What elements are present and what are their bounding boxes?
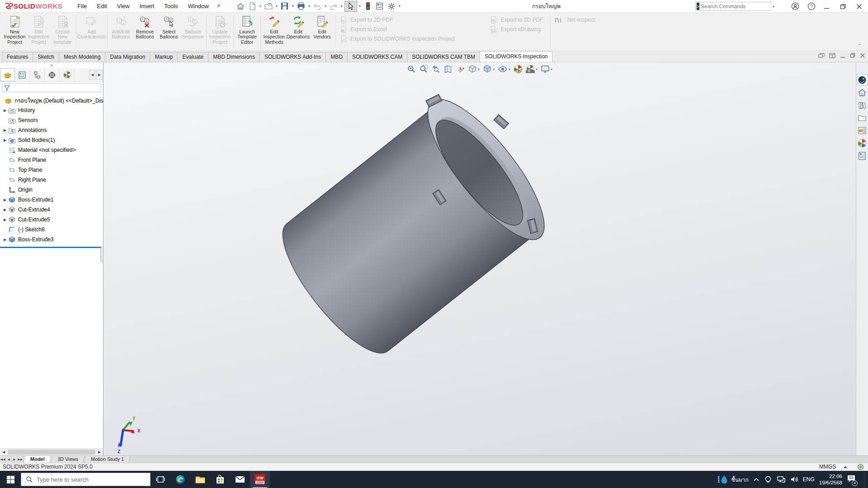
rebuild-button[interactable] (363, 1, 373, 12)
restore-button[interactable] (836, 0, 849, 13)
design-library-button[interactable] (857, 99, 868, 111)
language-indicator[interactable]: ENG (803, 476, 815, 483)
tree-item-material[interactable]: ▶ Material <not specified> (0, 145, 103, 155)
print-button[interactable] (296, 1, 307, 12)
tab-mbd-dimensions[interactable]: MBD Dimensions (208, 52, 260, 62)
menu-tools[interactable]: Tools (159, 0, 183, 12)
dimxpert-manager-tab[interactable] (45, 68, 60, 81)
command-search[interactable]: > ▾ (695, 2, 771, 11)
motion-study-tab[interactable]: Motion Study 1 (85, 456, 131, 463)
close-button[interactable] (853, 0, 865, 13)
file-explorer-button[interactable] (190, 471, 210, 488)
save-button[interactable] (279, 1, 290, 12)
cast-device-icon[interactable] (764, 475, 772, 483)
tree-item-front-plane[interactable]: ▶ Front Plane (0, 155, 103, 165)
tabs-next-arrow[interactable]: ▶ (12, 456, 18, 463)
tab-mesh-modeling[interactable]: Mesh Modeling (59, 52, 105, 62)
file-properties-button[interactable] (374, 1, 385, 12)
solidworks-resources-button[interactable] (857, 87, 868, 98)
save-caret[interactable]: ▾ (291, 4, 295, 8)
options-button[interactable] (386, 1, 397, 12)
help-button[interactable]: ? (805, 0, 818, 13)
solidworks-taskbar-button[interactable]: SW2024 (250, 471, 270, 488)
edit-operations-button[interactable]: Edit Operations (286, 14, 310, 40)
tree-item-boss-extrude3[interactable]: ▶ Boss-Extrude3 (0, 235, 103, 244)
view-orientation-button[interactable]: ▾ (468, 65, 480, 74)
doc-close-icon[interactable] (860, 53, 865, 58)
task-view-button[interactable] (151, 471, 170, 488)
view-settings-button[interactable]: ▾ (541, 65, 552, 73)
tree-item-right-plane[interactable]: ▶ Right Plane (0, 175, 103, 185)
launch-template-editor-button[interactable]: Launch Template Editor (235, 14, 259, 45)
panel-horizontal-scrollbar[interactable]: ◀ ▶ (0, 448, 103, 455)
display-manager-tab[interactable] (60, 68, 75, 81)
hide-show-caret[interactable]: ▾ (509, 67, 510, 71)
tile-window-icon[interactable] (829, 53, 835, 58)
show-desktop-button[interactable] (864, 471, 866, 488)
home-button[interactable] (235, 1, 246, 12)
expander-icon[interactable]: ▶ (2, 108, 8, 113)
menu-insert[interactable]: Insert (135, 0, 160, 12)
tree-item-origin[interactable]: ▶ Origin (0, 185, 103, 195)
configuration-manager-tab[interactable] (30, 68, 45, 81)
undo-caret[interactable]: ▾ (324, 4, 327, 8)
select-balloons-button[interactable]: Select Balloons (157, 14, 181, 40)
tree-item-cut-extrude5[interactable]: ▶ Cut-Extrude5 (0, 215, 103, 225)
tab-markup[interactable]: Markup (150, 52, 178, 62)
rollback-bar[interactable] (0, 247, 103, 248)
section-view-button[interactable] (443, 65, 453, 74)
zoom-to-fit-button[interactable] (407, 65, 416, 74)
new-inspection-project-button[interactable]: New Inspection Project (3, 14, 27, 45)
view-settings-caret[interactable]: ▾ (551, 67, 552, 71)
new-document-button[interactable] (247, 1, 258, 12)
action-center-button[interactable]: 4 (847, 474, 856, 485)
view-orientation-caret[interactable]: ▾ (478, 67, 480, 71)
tab-solidworks-addins[interactable]: SOLIDWORKS Add-Ins (259, 52, 326, 62)
doc-minimize-icon[interactable] (840, 53, 845, 58)
tabs-first-arrow[interactable]: ◀◀ (0, 456, 6, 463)
pin-icon[interactable]: 🖈 (214, 2, 223, 11)
print-caret[interactable]: ▾ (307, 4, 311, 8)
graphics-viewport[interactable]: A ▾ ▾ ▾ ▾ ▾ Y X Z (104, 62, 856, 455)
expander-icon[interactable]: ▶ (2, 238, 8, 242)
open-document-button[interactable] (263, 1, 274, 12)
apply-scene-button[interactable]: ▾ (526, 65, 538, 74)
panel-resize-handle[interactable] (100, 247, 104, 262)
tree-item-boss-extrude1[interactable]: ▶ Boss-Extrude1 (0, 195, 103, 205)
tab-data-migration[interactable]: Data Migration (105, 52, 150, 62)
unit-system-caret[interactable] (844, 466, 847, 468)
add-edit-balloons-button[interactable]: Add/Edit Balloons (109, 14, 133, 40)
export-2d-pdf-button[interactable]: Export to 2D PDF (340, 17, 455, 23)
edit-inspection-methods-button[interactable]: Edit Inspection Methods (262, 14, 286, 45)
export-3d-pdf-button[interactable]: Export to 3D PDF (490, 17, 543, 23)
flange-lug[interactable] (494, 114, 509, 129)
appearances-scenes-button[interactable] (857, 137, 868, 149)
doc-restore-icon[interactable] (850, 53, 855, 58)
annotation-view-button[interactable]: A (456, 65, 465, 74)
3dexperience-button[interactable] (857, 74, 868, 85)
weather-button[interactable]: ชื้นมาก (717, 474, 749, 485)
tray-expand-chevron[interactable] (753, 477, 760, 482)
tree-item-history[interactable]: ▶ History (0, 105, 103, 115)
volume-icon[interactable] (790, 476, 798, 483)
balloon-sequence-button[interactable]: Balloon Sequence (181, 14, 205, 40)
panel-tabs-right-arrow[interactable]: ▶ (96, 70, 103, 80)
tabs-last-arrow[interactable]: ▶▶ (18, 456, 24, 463)
tab-solidworks-cam-tbm[interactable]: SOLIDWORKS CAM TBM (407, 52, 480, 62)
edit-appearance-button[interactable] (514, 65, 523, 74)
account-button[interactable] (789, 0, 802, 13)
tree-filter-box[interactable] (2, 83, 101, 92)
tab-solidworks-cam[interactable]: SOLIDWORKS CAM (347, 52, 407, 62)
select-tool-button[interactable] (344, 1, 357, 12)
redo-button[interactable] (328, 1, 339, 12)
ribbon-collapse-chevron[interactable]: ⌃ (858, 43, 862, 49)
expander-icon[interactable]: ▶ (2, 208, 8, 212)
menu-view[interactable]: View (112, 0, 135, 12)
edge-browser-button[interactable] (170, 471, 190, 488)
tree-item-top-plane[interactable]: ▶ Top Plane (0, 165, 103, 175)
tree-item-solid-bodies[interactable]: ▶ Solid Bodies(1) (0, 135, 103, 145)
tab-evaluate[interactable]: Evaluate (177, 52, 208, 62)
remove-balloons-button[interactable]: Remove Balloons (133, 14, 157, 40)
expander-icon[interactable]: ▶ (2, 218, 8, 222)
panel-tabs-left-arrow[interactable]: ◀ (89, 70, 95, 80)
